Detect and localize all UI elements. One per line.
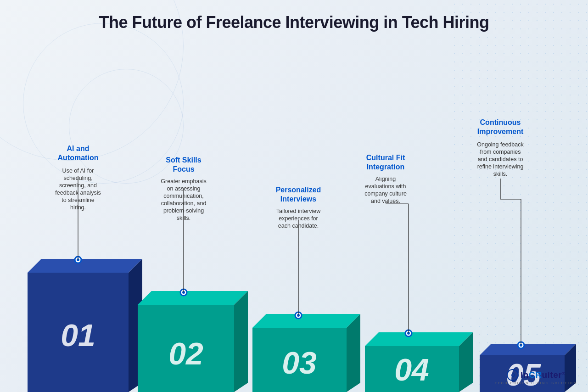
block-03-right [347,314,360,392]
logo-icon: ⊙ [507,369,519,381]
desc-02-l6: skills. [177,215,191,221]
title-05-line1: Continuous [480,118,521,126]
desc-01-l1: Use of AI for [62,168,94,174]
step-04-number: 04 [394,352,429,387]
desc-04-l1: Aligning [375,176,396,182]
desc-02-l4: collaboration, and [161,200,207,207]
block-05-top [480,344,576,355]
desc-02-l5: problem-solving [163,207,204,214]
desc-04-l2: evaluations with [365,183,406,190]
step-01-number: 01 [61,318,95,353]
title-04-line1: Cultural Fit [366,154,405,162]
desc-01-l6: hiring. [70,204,86,211]
title-05-line2: Improvement [477,128,524,135]
logo-text-cr: CR [529,370,542,380]
infographic-svg: 01 02 03 04 05 AI and Automation Use of … [0,62,588,392]
logo-registered: ® [562,371,565,376]
desc-04-l3: company culture [364,190,407,197]
title-02-line1: Soft Skills [166,156,201,164]
desc-03-l1: Tailored interview [276,208,321,214]
logo-tagline: TECH DRIVEN HIRING SOLUTION [495,381,577,385]
desc-05-l4: refine interviewing [477,163,524,170]
logo: ⊙ InCRuiter® TECH DRIVEN HIRING SOLUTION [495,369,577,385]
desc-05-l2: from companies [480,149,521,155]
step-02-number: 02 [168,336,203,371]
title-04-line2: Integration [367,163,405,171]
desc-05-l5: skills. [493,171,508,177]
desc-01-l5: to streamline [62,197,95,203]
desc-03-l2: experiences for [279,215,318,222]
title-03-line1: Personalized [276,186,321,194]
logo-text-in: In [521,370,529,380]
page-title: The Future of Freelance Interviewing in … [0,0,588,37]
logo-wordmark: InCRuiter® [521,370,565,380]
desc-04-l4: and values. [371,198,400,204]
block-03-top [252,314,360,328]
desc-01-l2: scheduling, [63,175,92,181]
title-01-line1: AI and [67,145,90,152]
logo-text-uiter: uiter [542,370,562,380]
block-04-top [365,332,473,346]
desc-02-l2: on assessing [167,185,201,192]
desc-05-l3: and candidates to [478,156,523,162]
desc-01-l4: feedback analysis [55,190,101,196]
block-02-top [138,291,248,305]
block-01-top [28,259,142,273]
title-02-line2: Focus [173,165,194,173]
desc-01-l3: screening, and [59,182,97,189]
desc-02-l3: communication, [163,193,204,199]
title-03-line2: Interviews [280,195,316,203]
desc-02-l1: Greater emphasis [161,178,206,185]
step-03-number: 03 [282,345,317,380]
desc-05-l1: Ongoing feedback [477,141,524,148]
title-01-line2: Automation [58,154,99,162]
desc-03-l3: each candidate. [278,223,319,229]
block-02-right [234,291,248,392]
